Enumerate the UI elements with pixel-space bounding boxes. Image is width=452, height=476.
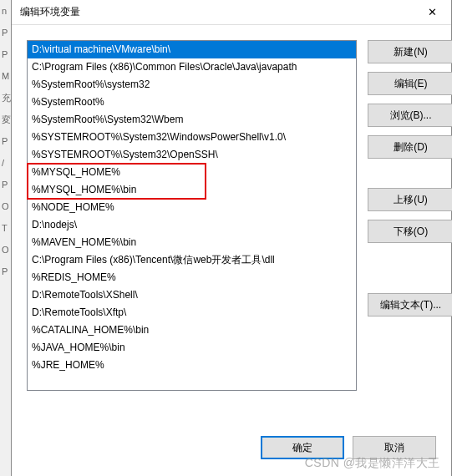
- list-item[interactable]: %MAVEN_HOME%\bin: [28, 234, 356, 251]
- side-button-column: 新建(N) 编辑(E) 浏览(B)... 删除(D) 上移(U) 下移(O) 编…: [368, 40, 452, 316]
- list-item[interactable]: D:\RemoteTools\Xftp\: [28, 304, 356, 322]
- dialog-content: D:\virtual machine\VMware\bin\C:\Program…: [12, 25, 451, 391]
- list-item[interactable]: D:\nodejs\: [28, 216, 356, 234]
- titlebar: 编辑环境变量 ✕: [12, 0, 451, 25]
- background-window-hints: nPPM充変P/POTOP: [0, 0, 11, 476]
- edit-env-dialog: 编辑环境变量 ✕ D:\virtual machine\VMware\bin\C…: [11, 0, 452, 476]
- list-item[interactable]: %REDIS_HOME%: [28, 269, 356, 286]
- new-button[interactable]: 新建(N): [368, 40, 452, 63]
- ok-button[interactable]: 确定: [261, 436, 344, 459]
- browse-button[interactable]: 浏览(B)...: [368, 104, 452, 127]
- list-item[interactable]: %SYSTEMROOT%\System32\OpenSSH\: [28, 146, 356, 164]
- move-down-button[interactable]: 下移(O): [368, 220, 452, 243]
- delete-button[interactable]: 删除(D): [368, 135, 452, 159]
- list-item[interactable]: %SystemRoot%: [28, 94, 356, 111]
- list-item[interactable]: C:\Program Files (x86)\Common Files\Orac…: [28, 58, 356, 76]
- list-item[interactable]: %NODE_HOME%: [28, 199, 356, 216]
- close-icon[interactable]: ✕: [414, 0, 451, 25]
- move-up-button[interactable]: 上移(U): [368, 188, 452, 211]
- list-item[interactable]: %JAVA_HOME%\bin: [28, 339, 356, 357]
- list-item[interactable]: %SystemRoot%\system32: [28, 76, 356, 94]
- list-item[interactable]: %MYSQL_HOME%: [28, 164, 356, 181]
- list-item[interactable]: C:\Program Files (x86)\Tencent\微信web开发者工…: [28, 251, 356, 269]
- edit-button[interactable]: 编辑(E): [368, 72, 452, 95]
- list-item[interactable]: D:\virtual machine\VMware\bin\: [28, 41, 356, 58]
- list-item[interactable]: %MYSQL_HOME%\bin: [28, 181, 356, 199]
- list-item[interactable]: %JRE_HOME%: [28, 357, 356, 374]
- path-listbox[interactable]: D:\virtual machine\VMware\bin\C:\Program…: [27, 40, 357, 391]
- cancel-button[interactable]: 取消: [353, 436, 436, 459]
- list-item[interactable]: %SYSTEMROOT%\System32\WindowsPowerShell\…: [28, 129, 356, 146]
- edit-text-button[interactable]: 编辑文本(T)...: [368, 293, 452, 316]
- list-item[interactable]: %CATALINA_HOME%\bin: [28, 322, 356, 339]
- list-item[interactable]: D:\RemoteTools\XShell\: [28, 286, 356, 304]
- dialog-title: 编辑环境变量: [20, 5, 80, 19]
- list-item[interactable]: %SystemRoot%\System32\Wbem: [28, 111, 356, 129]
- dialog-footer: 确定 取消: [261, 436, 436, 459]
